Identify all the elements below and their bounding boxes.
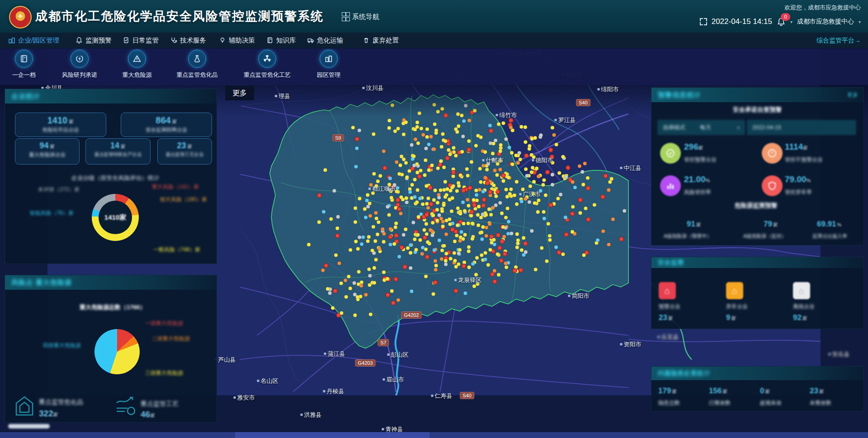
warning-enterprise-icon: ⌂ xyxy=(659,282,676,299)
process-flow-icon xyxy=(115,396,137,416)
map-city-label: 德阳市 xyxy=(532,156,553,165)
filter-mode-select[interactable]: 每天▾ xyxy=(695,120,745,135)
org-caret-icon[interactable]: ▾ xyxy=(859,19,861,24)
offline-enterprise-icon: ⌂ xyxy=(793,282,810,299)
submenu-label: 园区管理 xyxy=(302,71,356,79)
stat-box-key-process-enterprises[interactable]: 23家 重点监管工艺企业 xyxy=(157,138,212,165)
map-road-badge: S7 xyxy=(377,339,389,346)
monitor-label: 异常企业 xyxy=(726,303,748,311)
main-navbar: 企业/园区管理 监测预警 日常监管 技术服务 辅助决策 知识库 危化运输 废弃 xyxy=(0,33,868,48)
book-icon xyxy=(266,37,274,44)
monitor-value: 9家 xyxy=(726,313,736,322)
map-city-label: 芦山县 xyxy=(215,356,236,364)
stat-label: 管控不预警企业 xyxy=(785,156,823,164)
legend-general-risk: 一般风险（748）家 xyxy=(153,246,200,254)
nav-item-daily-supervision[interactable]: 日常监管 xyxy=(123,33,159,48)
footer-stat-value: 322家 xyxy=(39,409,58,419)
legend-level1-hazard: 一级重大危险源 xyxy=(145,320,183,327)
map-city-label: 彭山区 xyxy=(387,351,409,359)
submenu-item-risk-assessment-commitment[interactable]: 风险研判承诺 xyxy=(52,50,107,79)
submenu-item-key-hazchem[interactable]: 重点监管危化品 xyxy=(170,50,224,79)
issue-value: 0家 xyxy=(760,386,770,396)
map-city-label: 名山区 xyxy=(257,377,278,385)
map-city-label: 蒲江县 xyxy=(324,350,345,358)
trash-icon xyxy=(363,37,370,44)
stat-value: 79.00% xyxy=(785,174,811,184)
nav-label: 辅助决策 xyxy=(229,36,255,45)
bottom-taskbar xyxy=(0,432,868,438)
commitment-ok-icon xyxy=(660,143,681,164)
map-road-badge: S9 xyxy=(332,134,344,141)
nav-item-waste-disposal[interactable]: 废弃处置 xyxy=(363,33,399,48)
stethoscope-icon xyxy=(170,37,177,44)
footer-stat-label: 重点监管工艺 xyxy=(141,400,179,408)
map-city-label: 汶川县 xyxy=(363,84,384,92)
bottom-stat-value: 79家 xyxy=(764,220,778,229)
dashboard-root: 金川县理县汶川县北川羌族自治县安州区绵阳市绵竹市罗江县什邡市德阳市中江县广汉市都… xyxy=(0,0,868,438)
fullscreen-icon[interactable] xyxy=(700,18,707,25)
system-nav-button[interactable]: 系统导航 xyxy=(342,12,379,21)
system-nav-label: 系统导航 xyxy=(352,13,379,21)
commitment-warning-icon xyxy=(762,143,783,164)
submenu-item-major-hazard[interactable]: 重大危险源 xyxy=(110,50,164,79)
map-city-label: 绵竹市 xyxy=(496,111,517,119)
submenu-item-park-management[interactable]: 园区管理 xyxy=(302,50,356,79)
warning-info-panel: 预警信息统计 更多 安全承诺自查预警 选择模式 每天▾ 2022-04-15 2… xyxy=(651,87,864,245)
stat-box-key-production-enterprises[interactable]: 14家 重点监管特殊生产企业 xyxy=(85,138,151,165)
nav-item-monitoring-warning[interactable]: 监测预警 xyxy=(75,33,112,48)
map-city-label: 安岳县 xyxy=(829,350,850,358)
map-city-label: 广汉市 xyxy=(519,190,541,198)
nav-item-enterprise-park[interactable]: 企业/园区管理 xyxy=(8,33,59,48)
select-caret-icon: ▾ xyxy=(737,125,740,130)
map-city-label: 理县 xyxy=(275,92,290,100)
filter-date-input[interactable]: 2022-04-15 xyxy=(747,120,856,135)
stat-box-hazchem-enterprises[interactable]: 1410家 危险化学品企业 xyxy=(15,113,106,137)
nav-label: 知识库 xyxy=(276,36,296,45)
bottom-stat-label: 监测点位接入率 xyxy=(812,233,847,240)
stat-value: 21.00% xyxy=(684,174,710,184)
map-city-label: 洪雅县 xyxy=(301,411,322,419)
nav-label: 危化运输 xyxy=(317,36,343,45)
issue-label: 未整改数 xyxy=(810,399,831,407)
nav-item-hazmat-transport[interactable]: 危化运输 xyxy=(307,33,343,48)
house-shield-icon xyxy=(15,395,34,417)
more-link[interactable]: 更多 xyxy=(847,91,858,99)
nav-item-tech-service[interactable]: 技术服务 xyxy=(170,33,206,48)
nav-item-decision-support[interactable]: 辅助决策 xyxy=(219,33,255,48)
bolt-circle-icon xyxy=(75,54,84,63)
stat-value: 1114家 xyxy=(785,142,808,152)
stat-box-monitored-enterprises[interactable]: 864家 安全监测联网企业 xyxy=(121,113,212,137)
legend-low-risk: 较低风险（76）家 xyxy=(30,209,74,217)
map-more-button[interactable]: 更多 xyxy=(225,86,254,100)
bottom-stat-label: A级危险源（监控） xyxy=(743,233,786,240)
issue-value: 179家 xyxy=(658,386,677,396)
datetime-display: 2022-04-15 14:15 xyxy=(712,17,772,26)
org-dropdown[interactable]: 成都市应急救援中心 xyxy=(797,18,854,26)
map-city-label: 都江堰市 xyxy=(368,185,396,193)
map-city-label: 雅安市 xyxy=(234,394,255,402)
issue-label: 隐患总数 xyxy=(658,399,680,407)
nav-label: 企业/园区管理 xyxy=(18,36,59,45)
legend-unrated: 未评级（272）家 xyxy=(38,186,80,193)
platform-link[interactable]: 综合监管平台→ xyxy=(816,33,861,48)
nav-item-knowledge-base[interactable]: 知识库 xyxy=(266,33,296,48)
notification-bell[interactable]: 0 xyxy=(777,17,786,27)
submenu-item-key-process[interactable]: 重点监管危化工艺 xyxy=(240,50,294,79)
risk-level-donut-chart: 1410家 xyxy=(92,194,139,241)
notebook-icon xyxy=(19,54,28,63)
major-hazard-panel: 风险点·重大危险源 重大危险源总数（1766） 一级重大危险源 二级重大危险源 … xyxy=(5,275,217,423)
legend-larger-risk: 较大风险（190）家 xyxy=(160,196,207,203)
stat-box-major-hazard-enterprises[interactable]: 94家 重大危险源企业 xyxy=(15,138,80,165)
submenu-item-one-enterprise-one-file[interactable]: 一企一档 xyxy=(0,50,51,79)
legend-level3-hazard: 三级重大危险源 xyxy=(145,369,183,377)
issue-value: 156家 xyxy=(709,386,727,396)
map-city-label: 罗江县 xyxy=(555,116,576,124)
notification-caret-icon[interactable]: ▾ xyxy=(790,19,793,24)
map-city-label: 丹棱县 xyxy=(323,387,344,396)
submenu-label: 风险研判承诺 xyxy=(52,71,107,79)
bottom-stat-value: 69.91% xyxy=(817,220,841,229)
radiation-icon xyxy=(263,54,272,63)
map-city-label: 乐至县 xyxy=(658,333,679,341)
app-logo xyxy=(9,6,32,28)
legend-level4-hazard: 四级重大危险源 xyxy=(43,342,81,349)
